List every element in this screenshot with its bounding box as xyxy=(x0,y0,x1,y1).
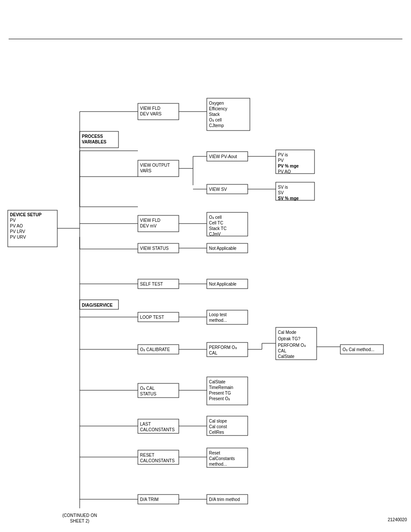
page-container: DEVICE SETUP PV PV AO PV LRV PV URV PROC… xyxy=(0,0,411,532)
top-line xyxy=(9,39,402,39)
svg-text:PERFORM O₂: PERFORM O₂ xyxy=(209,345,237,350)
svg-text:SV is: SV is xyxy=(278,185,288,190)
svg-text:Stack TC: Stack TC xyxy=(209,226,227,231)
diagram-svg: DEVICE SETUP PV PV AO PV LRV PV URV PROC… xyxy=(0,43,411,526)
svg-text:CellRes: CellRes xyxy=(209,430,224,435)
svg-text:Cell TC: Cell TC xyxy=(209,221,223,225)
svg-text:Optrak TG?: Optrak TG? xyxy=(278,336,300,341)
svg-text:LAST: LAST xyxy=(140,422,151,426)
svg-text:CAL: CAL xyxy=(278,348,286,353)
svg-text:DEVICE SETUP: DEVICE SETUP xyxy=(10,212,42,217)
svg-text:D/A trim method: D/A trim method xyxy=(209,497,240,502)
svg-text:Reset: Reset xyxy=(209,451,220,455)
svg-text:SV % mge: SV % mge xyxy=(278,196,299,201)
svg-text:CAL: CAL xyxy=(209,351,218,355)
svg-text:CalConstants: CalConstants xyxy=(209,456,235,461)
svg-text:TimeRemain: TimeRemain xyxy=(209,385,233,390)
svg-text:PV: PV xyxy=(278,158,284,163)
svg-text:D/A TRIM: D/A TRIM xyxy=(140,497,159,502)
svg-text:PV % mge: PV % mge xyxy=(278,164,299,168)
svg-text:CalState: CalState xyxy=(209,380,226,384)
svg-text:Present TG: Present TG xyxy=(209,391,231,395)
svg-text:PV LRV: PV LRV xyxy=(10,229,25,234)
svg-text:VIEW FLD: VIEW FLD xyxy=(140,106,160,111)
svg-text:CALCONSTANTS: CALCONSTANTS xyxy=(140,458,175,463)
svg-text:Not Applicable: Not Applicable xyxy=(209,282,237,286)
svg-text:PROCESS: PROCESS xyxy=(82,134,103,139)
svg-text:PV: PV xyxy=(10,218,16,223)
svg-text:O₂ Cal method...: O₂ Cal method... xyxy=(342,347,374,352)
svg-text:VIEW PV-Aout: VIEW PV-Aout xyxy=(209,154,237,159)
svg-text:PV AO: PV AO xyxy=(10,224,23,228)
svg-text:O₂ cell: O₂ cell xyxy=(209,215,222,220)
svg-text:PV is: PV is xyxy=(278,152,288,157)
svg-text:O₂ CALIBRATE: O₂ CALIBRATE xyxy=(140,347,170,352)
svg-text:LOOP TEST: LOOP TEST xyxy=(140,315,164,320)
svg-line-17 xyxy=(80,228,138,249)
svg-text:CJmV: CJmV xyxy=(209,232,221,236)
svg-text:PERFORM O₂: PERFORM O₂ xyxy=(278,343,306,348)
svg-text:DIAG/SERVICE: DIAG/SERVICE xyxy=(82,303,113,308)
svg-text:CJtemp: CJtemp xyxy=(209,123,224,128)
svg-text:Cal const: Cal const xyxy=(209,424,227,429)
svg-text:O₂ cell: O₂ cell xyxy=(209,118,222,122)
svg-text:Loop test: Loop test xyxy=(209,312,227,317)
svg-text:CalState: CalState xyxy=(278,354,295,359)
svg-text:VIEW STATUS: VIEW STATUS xyxy=(140,246,169,251)
svg-text:PV AO: PV AO xyxy=(278,169,291,174)
svg-text:CALCONSTANTS: CALCONSTANTS xyxy=(140,427,175,432)
svg-text:Efficiency: Efficiency xyxy=(209,106,227,111)
svg-text:Oxygen: Oxygen xyxy=(209,101,224,106)
svg-text:VIEW OUTPUT: VIEW OUTPUT xyxy=(140,163,170,168)
svg-text:SELF TEST: SELF TEST xyxy=(140,282,163,286)
svg-text:PV URV: PV URV xyxy=(10,235,26,240)
svg-text:O₂ CAL: O₂ CAL xyxy=(140,386,155,391)
svg-text:21240020: 21240020 xyxy=(388,517,407,522)
svg-text:VARS: VARS xyxy=(140,168,152,173)
svg-text:Not Applicable: Not Applicable xyxy=(209,246,237,251)
svg-text:Cal slope: Cal slope xyxy=(209,419,227,423)
svg-text:VARIABLES: VARIABLES xyxy=(82,140,106,144)
svg-text:VIEW FLD: VIEW FLD xyxy=(140,218,160,223)
svg-text:SV: SV xyxy=(278,190,284,195)
svg-text:VIEW SV: VIEW SV xyxy=(209,187,227,192)
svg-text:(CONTINUED ON: (CONTINUED ON xyxy=(62,513,97,518)
svg-text:Cal Mode: Cal Mode xyxy=(278,330,296,335)
svg-text:method...: method... xyxy=(209,318,227,323)
svg-text:method...: method... xyxy=(209,462,227,467)
svg-text:Present O₂: Present O₂ xyxy=(209,396,230,401)
svg-text:DEV mV: DEV mV xyxy=(140,224,157,228)
svg-text:SHEET 2): SHEET 2) xyxy=(70,519,90,523)
svg-text:RESET: RESET xyxy=(140,453,154,457)
svg-text:Stack: Stack xyxy=(209,112,220,117)
svg-text:DEV VARS: DEV VARS xyxy=(140,112,162,116)
svg-text:STATUS: STATUS xyxy=(140,392,156,396)
